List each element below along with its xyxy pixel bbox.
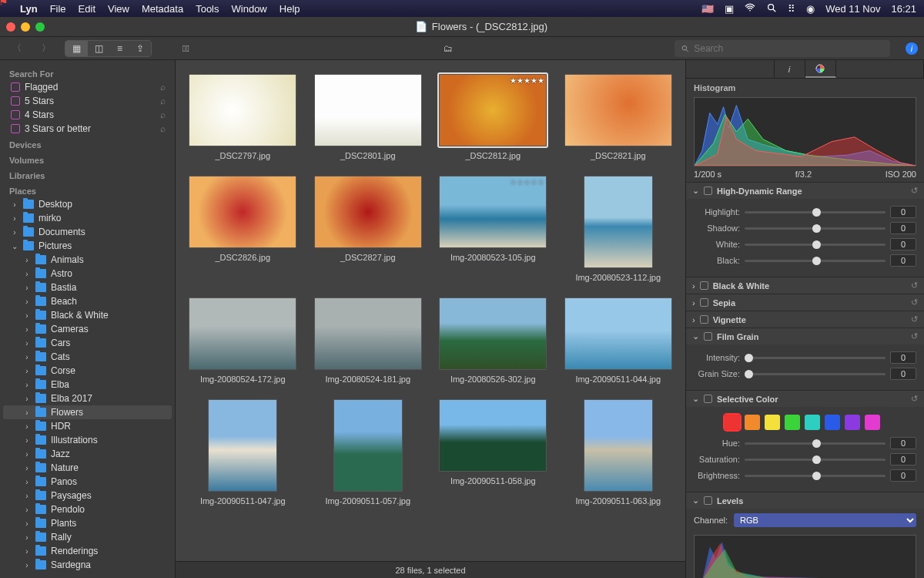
nav-back[interactable]: 〈	[6, 39, 28, 58]
checkbox[interactable]	[704, 187, 712, 195]
sidebar-head-volumes[interactable]: Volumes	[3, 151, 172, 166]
sidebar-search-item[interactable]: 5 Stars ⌕	[3, 94, 172, 108]
section-levels[interactable]: ⌄Levels	[686, 492, 924, 509]
chevron-right-icon[interactable]: ›	[23, 478, 31, 486]
slider-knob[interactable]	[812, 472, 821, 480]
sidebar-item-cars[interactable]: › Cars	[3, 336, 172, 350]
thumbnail-image[interactable]	[314, 74, 422, 146]
chevron-down-icon[interactable]: ⌄	[692, 394, 699, 404]
color-swatch[interactable]	[825, 415, 840, 430]
section-bw[interactable]: ›Black & White↺	[686, 277, 924, 294]
thumbnail-image[interactable]	[439, 297, 547, 370]
thumbnail[interactable]: ★★★★★ _DSC2812.jpg	[431, 74, 554, 160]
checkbox[interactable]	[700, 281, 708, 290]
section-grain[interactable]: ⌄Film Grain↺	[686, 328, 924, 344]
chevron-right-icon[interactable]: ›	[23, 284, 31, 292]
slider-value[interactable]: 0	[890, 254, 916, 267]
thumbnail[interactable]: _DSC2797.jpg	[181, 74, 304, 160]
chevron-right-icon[interactable]: ›	[23, 339, 31, 348]
sidebar-item[interactable]: › Documents	[3, 225, 172, 239]
thumbnail-image[interactable]: ☆☆☆☆☆	[439, 176, 547, 248]
chevron-right-icon[interactable]: ›	[23, 367, 31, 375]
color-swatch[interactable]	[785, 415, 800, 430]
search-input[interactable]	[694, 43, 884, 54]
chevron-right-icon[interactable]: ›	[692, 315, 695, 324]
slider-knob[interactable]	[812, 208, 821, 217]
reset-icon[interactable]: ↺	[911, 331, 918, 341]
chevron-down-icon[interactable]: ⌄	[11, 242, 18, 250]
sidebar-item-paysages[interactable]: › Paysages	[3, 489, 172, 502]
slider-track[interactable]	[745, 260, 886, 262]
chevron-right-icon[interactable]: ›	[23, 325, 31, 334]
minimize-window[interactable]	[21, 22, 30, 32]
sidebar-item-cameras[interactable]: › Cameras	[3, 322, 172, 336]
chevron-right-icon[interactable]: ›	[23, 381, 31, 389]
chevron-right-icon[interactable]: ›	[23, 506, 31, 514]
sidebar-item-pendolo[interactable]: › Pendolo	[3, 502, 172, 516]
slider-value[interactable]: 0	[890, 437, 916, 449]
reset-icon[interactable]: ↺	[911, 186, 918, 196]
chevron-right-icon[interactable]: ›	[11, 200, 18, 209]
chevron-right-icon[interactable]: ›	[692, 281, 695, 291]
thumbnail[interactable]: Img-20090511-057.jpg	[306, 399, 430, 506]
slider-track[interactable]	[745, 475, 886, 477]
color-swatch[interactable]	[725, 415, 740, 430]
zoom-window[interactable]	[35, 22, 45, 32]
info-button[interactable]: i	[906, 42, 918, 55]
chevron-right-icon[interactable]: ›	[23, 561, 31, 570]
chevron-down-icon[interactable]: ⌄	[692, 186, 699, 196]
slider-knob[interactable]	[812, 240, 821, 249]
menubar-date[interactable]: Wed 11 Nov	[825, 3, 880, 15]
checkbox[interactable]	[704, 332, 712, 341]
reset-icon[interactable]: ↺	[911, 314, 918, 324]
slider-knob[interactable]	[812, 257, 821, 265]
section-sepia[interactable]: ›Sepia↺	[686, 294, 924, 311]
thumbnail-image[interactable]	[314, 176, 422, 248]
chevron-right-icon[interactable]: ›	[11, 228, 18, 237]
reset-icon[interactable]: ↺	[911, 394, 918, 404]
menu-view[interactable]: View	[108, 3, 129, 15]
menu-metadata[interactable]: Metadata	[142, 3, 183, 15]
checkbox[interactable]	[704, 496, 712, 505]
close-window[interactable]	[6, 22, 15, 32]
checkbox[interactable]	[704, 395, 712, 403]
sidebar-item[interactable]: › Desktop	[3, 197, 172, 211]
chevron-right-icon[interactable]: ›	[23, 311, 31, 320]
reset-icon[interactable]: ↺	[911, 297, 918, 307]
thumbnail[interactable]: Img-20090511-044.jpg	[557, 297, 680, 384]
slider-value[interactable]: 0	[890, 222, 916, 234]
slider-track[interactable]	[745, 459, 886, 461]
slider-value[interactable]: 0	[890, 453, 916, 465]
sidebar-item-hdr[interactable]: › HDR	[3, 419, 172, 433]
channel-select[interactable]: RGB	[734, 513, 916, 527]
slider-track[interactable]	[745, 227, 886, 230]
thumbnail-image[interactable]: ★★★★★	[439, 74, 547, 146]
chevron-down-icon[interactable]: ⌄	[692, 331, 699, 341]
chevron-right-icon[interactable]: ›	[23, 395, 31, 403]
menu-window[interactable]: Window	[232, 3, 267, 15]
thumbnail-image[interactable]	[584, 176, 653, 268]
sidebar-head-devices[interactable]: Devices	[3, 136, 172, 151]
slider-track[interactable]	[745, 373, 886, 375]
view-list-icon[interactable]: ≡	[110, 41, 129, 56]
thumbnail-image[interactable]	[189, 297, 296, 370]
slider-knob[interactable]	[745, 370, 753, 378]
chevron-right-icon[interactable]: ›	[23, 270, 31, 278]
sidebar-search-item[interactable]: 3 Stars or better ⌕	[3, 122, 172, 136]
menu-edit[interactable]: Edit	[79, 3, 95, 15]
sidebar-item-nature[interactable]: › Nature	[3, 461, 172, 475]
sidebar-item-astro[interactable]: › Astro	[3, 267, 172, 281]
sidebar-item-flowers[interactable]: › Flowers	[3, 405, 172, 419]
sidebar-item-animals[interactable]: › Animals	[3, 253, 172, 267]
sidebar-item-cats[interactable]: › Cats	[3, 350, 172, 364]
thumbnail-image[interactable]	[333, 399, 403, 492]
chevron-right-icon[interactable]: ›	[23, 408, 31, 417]
sidebar-item-beach[interactable]: › Beach	[3, 294, 172, 308]
sidebar-search-item[interactable]: 4 Stars ⌕	[3, 108, 172, 122]
chevron-right-icon[interactable]: ›	[692, 298, 695, 307]
sidebar-item-elba[interactable]: › Elba	[3, 378, 172, 391]
chevron-right-icon[interactable]: ›	[23, 450, 31, 459]
view-thumb-icon[interactable]: ◫	[88, 41, 110, 56]
wifi-icon[interactable]	[745, 2, 755, 15]
view-map-icon[interactable]: ⇪	[129, 41, 151, 56]
